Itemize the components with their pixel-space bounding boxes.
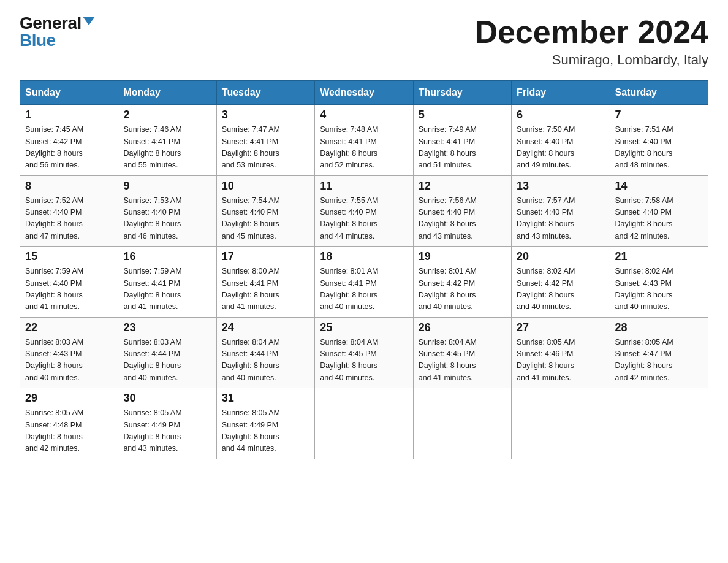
day-number: 26 bbox=[419, 321, 506, 334]
day-cell-24: 24Sunrise: 8:04 AMSunset: 4:44 PMDayligh… bbox=[216, 317, 314, 388]
day-info: Sunrise: 7:59 AMSunset: 4:41 PMDaylight:… bbox=[123, 266, 211, 313]
day-number: 22 bbox=[25, 321, 113, 334]
day-cell-21: 21Sunrise: 8:02 AMSunset: 4:43 PMDayligh… bbox=[610, 247, 708, 318]
header-title-area: December 2024 Sumirago, Lombardy, Italy bbox=[474, 15, 708, 68]
day-cell-2: 2Sunrise: 7:46 AMSunset: 4:41 PMDaylight… bbox=[118, 105, 216, 176]
day-cell-31: 31Sunrise: 8:05 AMSunset: 4:49 PMDayligh… bbox=[216, 388, 314, 459]
day-info: Sunrise: 8:04 AMSunset: 4:44 PMDaylight:… bbox=[222, 337, 309, 385]
week-row-4: 22Sunrise: 8:03 AMSunset: 4:43 PMDayligh… bbox=[20, 317, 708, 388]
day-info: Sunrise: 8:05 AMSunset: 4:47 PMDaylight:… bbox=[615, 337, 703, 385]
day-number: 14 bbox=[615, 180, 703, 193]
weekday-header-wednesday: Wednesday bbox=[315, 81, 413, 105]
day-number: 29 bbox=[25, 392, 113, 405]
day-info: Sunrise: 8:01 AMSunset: 4:42 PMDaylight:… bbox=[419, 266, 506, 313]
day-number: 11 bbox=[320, 180, 408, 193]
day-cell-27: 27Sunrise: 8:05 AMSunset: 4:46 PMDayligh… bbox=[512, 317, 610, 388]
day-info: Sunrise: 7:58 AMSunset: 4:40 PMDaylight:… bbox=[615, 195, 703, 243]
weekday-header-tuesday: Tuesday bbox=[216, 81, 314, 105]
day-cell-9: 9Sunrise: 7:53 AMSunset: 4:40 PMDaylight… bbox=[118, 175, 216, 247]
week-row-3: 15Sunrise: 7:59 AMSunset: 4:40 PMDayligh… bbox=[20, 247, 708, 318]
weekday-header-saturday: Saturday bbox=[610, 81, 708, 105]
day-cell-20: 20Sunrise: 8:02 AMSunset: 4:42 PMDayligh… bbox=[512, 247, 610, 318]
day-number: 16 bbox=[123, 250, 211, 263]
logo-blue-text: Blue bbox=[20, 31, 56, 50]
day-cell-29: 29Sunrise: 8:05 AMSunset: 4:48 PMDayligh… bbox=[20, 388, 118, 459]
day-number: 2 bbox=[123, 109, 211, 121]
day-cell-15: 15Sunrise: 7:59 AMSunset: 4:40 PMDayligh… bbox=[20, 247, 118, 318]
day-cell-4: 4Sunrise: 7:48 AMSunset: 4:41 PMDaylight… bbox=[315, 105, 413, 176]
month-year-title: December 2024 bbox=[474, 15, 708, 50]
day-cell-25: 25Sunrise: 8:04 AMSunset: 4:45 PMDayligh… bbox=[315, 317, 413, 388]
day-info: Sunrise: 8:05 AMSunset: 4:49 PMDaylight:… bbox=[123, 407, 211, 455]
day-info: Sunrise: 7:50 AMSunset: 4:40 PMDaylight:… bbox=[517, 124, 604, 172]
day-info: Sunrise: 8:02 AMSunset: 4:42 PMDaylight:… bbox=[517, 266, 604, 313]
day-number: 10 bbox=[222, 180, 309, 193]
week-row-1: 1Sunrise: 7:45 AMSunset: 4:42 PMDaylight… bbox=[20, 105, 708, 176]
empty-cell bbox=[610, 388, 708, 459]
day-cell-7: 7Sunrise: 7:51 AMSunset: 4:40 PMDaylight… bbox=[610, 105, 708, 176]
day-number: 12 bbox=[419, 180, 506, 193]
location-subtitle: Sumirago, Lombardy, Italy bbox=[474, 52, 708, 68]
day-cell-8: 8Sunrise: 7:52 AMSunset: 4:40 PMDaylight… bbox=[20, 175, 118, 247]
day-info: Sunrise: 8:04 AMSunset: 4:45 PMDaylight:… bbox=[320, 337, 408, 385]
day-cell-6: 6Sunrise: 7:50 AMSunset: 4:40 PMDaylight… bbox=[512, 105, 610, 176]
day-info: Sunrise: 8:02 AMSunset: 4:43 PMDaylight:… bbox=[615, 266, 703, 313]
week-row-5: 29Sunrise: 8:05 AMSunset: 4:48 PMDayligh… bbox=[20, 388, 708, 459]
day-info: Sunrise: 7:52 AMSunset: 4:40 PMDaylight:… bbox=[25, 195, 113, 243]
day-info: Sunrise: 7:56 AMSunset: 4:40 PMDaylight:… bbox=[419, 195, 506, 243]
day-number: 15 bbox=[25, 250, 113, 263]
day-info: Sunrise: 7:57 AMSunset: 4:40 PMDaylight:… bbox=[517, 195, 604, 243]
day-number: 9 bbox=[123, 180, 211, 193]
day-info: Sunrise: 8:04 AMSunset: 4:45 PMDaylight:… bbox=[419, 337, 506, 385]
weekday-header-friday: Friday bbox=[512, 81, 610, 105]
day-cell-10: 10Sunrise: 7:54 AMSunset: 4:40 PMDayligh… bbox=[216, 175, 314, 247]
day-info: Sunrise: 8:00 AMSunset: 4:41 PMDaylight:… bbox=[222, 266, 309, 313]
day-number: 1 bbox=[25, 109, 113, 121]
day-number: 24 bbox=[222, 321, 309, 334]
day-number: 8 bbox=[25, 180, 113, 193]
day-cell-17: 17Sunrise: 8:00 AMSunset: 4:41 PMDayligh… bbox=[216, 247, 314, 318]
empty-cell bbox=[315, 388, 413, 459]
day-number: 18 bbox=[320, 250, 408, 263]
day-info: Sunrise: 8:03 AMSunset: 4:43 PMDaylight:… bbox=[25, 337, 113, 385]
day-info: Sunrise: 7:46 AMSunset: 4:41 PMDaylight:… bbox=[123, 124, 211, 172]
day-cell-23: 23Sunrise: 8:03 AMSunset: 4:44 PMDayligh… bbox=[118, 317, 216, 388]
day-cell-26: 26Sunrise: 8:04 AMSunset: 4:45 PMDayligh… bbox=[413, 317, 511, 388]
day-number: 6 bbox=[517, 109, 604, 121]
day-number: 30 bbox=[123, 392, 211, 405]
day-info: Sunrise: 7:51 AMSunset: 4:40 PMDaylight:… bbox=[615, 124, 703, 172]
day-cell-22: 22Sunrise: 8:03 AMSunset: 4:43 PMDayligh… bbox=[20, 317, 118, 388]
weekday-header-sunday: Sunday bbox=[20, 81, 118, 105]
day-cell-18: 18Sunrise: 8:01 AMSunset: 4:41 PMDayligh… bbox=[315, 247, 413, 318]
day-number: 3 bbox=[222, 109, 309, 121]
day-info: Sunrise: 8:05 AMSunset: 4:49 PMDaylight:… bbox=[222, 407, 309, 455]
page-header: General Blue December 2024 Sumirago, Lom… bbox=[20, 15, 708, 68]
day-number: 21 bbox=[615, 250, 703, 263]
day-cell-14: 14Sunrise: 7:58 AMSunset: 4:40 PMDayligh… bbox=[610, 175, 708, 247]
day-number: 31 bbox=[222, 392, 309, 405]
day-cell-11: 11Sunrise: 7:55 AMSunset: 4:40 PMDayligh… bbox=[315, 175, 413, 247]
day-cell-16: 16Sunrise: 7:59 AMSunset: 4:41 PMDayligh… bbox=[118, 247, 216, 318]
day-info: Sunrise: 7:48 AMSunset: 4:41 PMDaylight:… bbox=[320, 124, 408, 172]
day-cell-30: 30Sunrise: 8:05 AMSunset: 4:49 PMDayligh… bbox=[118, 388, 216, 459]
day-info: Sunrise: 7:53 AMSunset: 4:40 PMDaylight:… bbox=[123, 195, 211, 243]
day-number: 17 bbox=[222, 250, 309, 263]
day-info: Sunrise: 8:01 AMSunset: 4:41 PMDaylight:… bbox=[320, 266, 408, 313]
day-cell-1: 1Sunrise: 7:45 AMSunset: 4:42 PMDaylight… bbox=[20, 105, 118, 176]
day-number: 25 bbox=[320, 321, 408, 334]
week-row-2: 8Sunrise: 7:52 AMSunset: 4:40 PMDaylight… bbox=[20, 175, 708, 247]
logo-triangle-icon bbox=[83, 17, 95, 25]
day-cell-12: 12Sunrise: 7:56 AMSunset: 4:40 PMDayligh… bbox=[413, 175, 511, 247]
empty-cell bbox=[512, 388, 610, 459]
day-number: 5 bbox=[419, 109, 506, 121]
day-info: Sunrise: 7:49 AMSunset: 4:41 PMDaylight:… bbox=[419, 124, 506, 172]
day-info: Sunrise: 7:55 AMSunset: 4:40 PMDaylight:… bbox=[320, 195, 408, 243]
day-info: Sunrise: 8:05 AMSunset: 4:48 PMDaylight:… bbox=[25, 407, 113, 455]
empty-cell bbox=[413, 388, 511, 459]
weekday-header-row: SundayMondayTuesdayWednesdayThursdayFrid… bbox=[20, 81, 708, 105]
day-number: 23 bbox=[123, 321, 211, 334]
day-number: 13 bbox=[517, 180, 604, 193]
day-number: 19 bbox=[419, 250, 506, 263]
calendar-table: SundayMondayTuesdayWednesdayThursdayFrid… bbox=[20, 80, 708, 459]
day-cell-5: 5Sunrise: 7:49 AMSunset: 4:41 PMDaylight… bbox=[413, 105, 511, 176]
